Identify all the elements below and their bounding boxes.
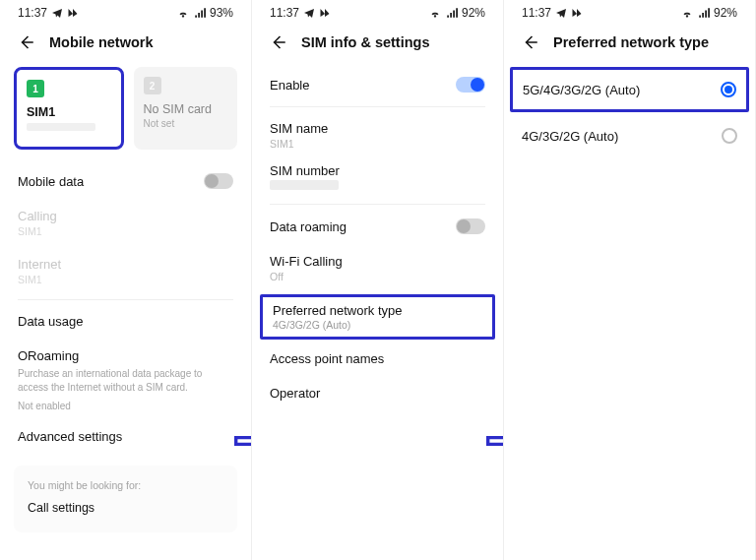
oroaming-state: Not enabled xyxy=(0,400,251,419)
pref-net-label: Preferred network type xyxy=(273,303,482,318)
pref-net-value: 4G/3G/2G (Auto) xyxy=(273,319,482,331)
calling-label: Calling xyxy=(18,209,57,223)
enable-toggle[interactable] xyxy=(456,77,485,93)
back-arrow-icon[interactable] xyxy=(18,33,35,51)
wifi-calling-row[interactable]: Wi-Fi Calling Off xyxy=(252,244,503,292)
advanced-settings-row[interactable]: Advanced settings xyxy=(0,419,251,454)
back-arrow-icon[interactable] xyxy=(522,33,539,51)
call-settings-link[interactable]: Call settings xyxy=(28,501,223,515)
network-option-5g[interactable]: 5G/4G/3G/2G (Auto) xyxy=(510,67,749,112)
suggestion-card: You might be looking for: Call settings xyxy=(14,466,237,532)
apn-row[interactable]: Access point names xyxy=(252,342,503,376)
wifi-icon xyxy=(176,7,190,19)
sim2-sub: Not set xyxy=(144,118,228,129)
wifi-icon xyxy=(680,7,694,19)
app-icon xyxy=(571,7,583,19)
sim1-carrier-placeholder xyxy=(27,123,95,131)
signal-icon xyxy=(194,7,206,19)
wifi-calling-label: Wi-Fi Calling xyxy=(270,254,485,269)
sim-name-value: SIM1 xyxy=(270,138,485,150)
suggestion-hint: You might be looking for: xyxy=(28,479,223,491)
apn-label: Access point names xyxy=(270,351,384,366)
telegram-icon xyxy=(303,7,315,19)
clock-text: 11:37 xyxy=(18,6,47,20)
operator-row[interactable]: Operator xyxy=(252,376,503,410)
sim-number-row[interactable]: SIM number xyxy=(252,159,503,200)
telegram-icon xyxy=(555,7,567,19)
sim2-badge: 2 xyxy=(144,77,161,94)
enable-label: Enable xyxy=(270,78,309,93)
calling-sub: SIM1 xyxy=(18,225,57,237)
internet-row: Internet SIM1 xyxy=(0,247,251,295)
sim-name-label: SIM name xyxy=(270,121,485,136)
arrow-right-icon xyxy=(234,430,252,452)
sim-slot-1[interactable]: 1 SIM1 xyxy=(14,67,124,150)
wifi-calling-value: Off xyxy=(270,271,485,282)
internet-label: Internet xyxy=(18,257,61,272)
mobile-data-row[interactable]: Mobile data xyxy=(0,163,251,199)
data-usage-label: Data usage xyxy=(18,314,84,329)
sim2-label: No SIM card xyxy=(144,102,228,116)
divider xyxy=(270,204,485,205)
mobile-data-toggle[interactable] xyxy=(204,173,233,189)
wifi-icon xyxy=(428,7,442,19)
telegram-icon xyxy=(51,7,63,19)
data-roaming-label: Data roaming xyxy=(270,219,346,234)
page-title: SIM info & settings xyxy=(301,34,430,50)
sim1-label: SIM1 xyxy=(27,105,111,119)
oroaming-row[interactable]: ORoaming xyxy=(0,339,251,365)
page-title: Mobile network xyxy=(49,34,154,50)
oroaming-label: ORoaming xyxy=(18,348,79,363)
radio-unselected-icon[interactable] xyxy=(722,128,737,144)
mobile-data-label: Mobile data xyxy=(18,174,84,189)
clock-text: 11:37 xyxy=(270,6,299,20)
signal-icon xyxy=(698,7,710,19)
battery-text: 92% xyxy=(714,6,737,20)
page-title: Preferred network type xyxy=(553,34,709,50)
sim-slot-2[interactable]: 2 No SIM card Not set xyxy=(134,67,238,150)
network-option-4g[interactable]: 4G/3G/2G (Auto) xyxy=(504,116,755,156)
back-arrow-icon[interactable] xyxy=(270,33,287,51)
signal-icon xyxy=(446,7,458,19)
battery-text: 93% xyxy=(210,6,233,20)
calling-row: Calling SIM1 xyxy=(0,199,251,247)
radio-selected-icon[interactable] xyxy=(721,82,736,97)
sim-number-placeholder xyxy=(270,180,339,190)
data-roaming-row[interactable]: Data roaming xyxy=(252,209,503,244)
sim-number-label: SIM number xyxy=(270,163,485,178)
app-icon xyxy=(319,7,331,19)
preferred-network-type-row[interactable]: Preferred network type 4G/3G/2G (Auto) xyxy=(260,294,495,340)
sim1-badge: 1 xyxy=(27,80,44,97)
sim-name-row[interactable]: SIM name SIM1 xyxy=(252,111,503,159)
divider xyxy=(18,299,233,300)
clock-text: 11:37 xyxy=(522,6,551,20)
data-usage-row[interactable]: Data usage xyxy=(0,304,251,339)
battery-text: 92% xyxy=(462,6,485,20)
network-option-5g-label: 5G/4G/3G/2G (Auto) xyxy=(523,83,640,97)
advanced-label: Advanced settings xyxy=(18,429,122,444)
divider xyxy=(270,106,485,107)
app-icon xyxy=(67,7,79,19)
oroaming-desc: Purchase an international data package t… xyxy=(0,365,251,400)
enable-row[interactable]: Enable xyxy=(252,67,503,102)
operator-label: Operator xyxy=(270,386,320,401)
network-option-4g-label: 4G/3G/2G (Auto) xyxy=(522,129,618,144)
data-roaming-toggle[interactable] xyxy=(456,218,485,234)
internet-sub: SIM1 xyxy=(18,274,61,285)
arrow-right-icon xyxy=(486,430,504,452)
